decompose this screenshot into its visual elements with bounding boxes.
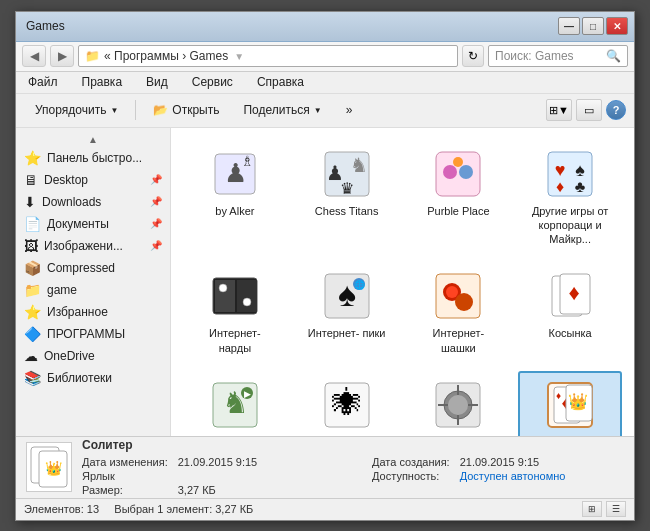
- by-alker-icon-img: ♟ ♗: [209, 148, 261, 200]
- icon-purble-place[interactable]: Purble Place: [407, 140, 511, 255]
- refresh-button[interactable]: ↻: [462, 45, 484, 67]
- menu-edit[interactable]: Правка: [78, 73, 127, 91]
- menu-file[interactable]: Файл: [24, 73, 62, 91]
- icon-spider[interactable]: 🕷 Паук: [295, 371, 399, 436]
- sidebar-item-label: Библиотеки: [47, 371, 112, 385]
- icon-by-alker[interactable]: ♟ ♗ by Alker: [183, 140, 287, 255]
- svg-text:♛: ♛: [340, 180, 354, 197]
- organize-button[interactable]: Упорядочить ▼: [24, 97, 129, 123]
- item-count: Элементов: 13 Выбран 1 элемент: 3,27 КБ: [24, 503, 253, 515]
- sidebar-item-desktop[interactable]: 🖥 Desktop 📌: [16, 169, 170, 191]
- sidebar-item-label: Compressed: [47, 261, 115, 275]
- explorer-window: Games — □ ✕ ◀ ▶ 📁 « Программы › Games ▼ …: [15, 11, 635, 521]
- spider-icon-img: 🕷: [321, 379, 373, 431]
- svg-point-9: [459, 165, 473, 179]
- internet-nardi-icon-img: [209, 270, 261, 322]
- icon-other-games[interactable]: ♥ ♠ ♦ ♣ Другие игры от корпораци и Майкр…: [518, 140, 622, 255]
- toolbar-right: ⊞▼ ▭ ?: [546, 99, 626, 121]
- pin-icon: 📌: [150, 196, 162, 207]
- kosynka-label: Косынка: [549, 326, 592, 340]
- onedrive-icon: ☁: [24, 348, 38, 364]
- sidebar-item-label: game: [47, 283, 77, 297]
- by-alker-label: by Alker: [215, 204, 254, 218]
- menu-service[interactable]: Сервис: [188, 73, 237, 91]
- address-bar: ◀ ▶ 📁 « Программы › Games ▼ ↻ Поиск: Gam…: [16, 42, 634, 72]
- sidebar-item-compressed[interactable]: 📦 Compressed: [16, 257, 170, 279]
- path-dropdown-icon[interactable]: ▼: [234, 51, 244, 62]
- sidebar-item-libraries[interactable]: 📚 Библиотеки: [16, 367, 170, 389]
- icon-solitaire[interactable]: ♦ ♦ ♦ 👑 Солитер: [518, 371, 622, 436]
- chess-titans-icon-img: ♟ ♞ ♛: [321, 148, 373, 200]
- open-icon: 📂: [153, 103, 168, 117]
- toolbar-separator: [135, 100, 136, 120]
- search-box[interactable]: Поиск: Games 🔍: [488, 45, 628, 67]
- icon-grid: ♟ ♗ by Alker ♟ ♞ ♛: [179, 136, 626, 436]
- internet-piki-icon-img: ♠ 🌐: [321, 270, 373, 322]
- search-icon[interactable]: 🔍: [606, 49, 621, 63]
- icon-saper[interactable]: Сапер: [407, 371, 511, 436]
- change-view-button[interactable]: ⊞▼: [546, 99, 572, 121]
- sidebar-item-onedrive[interactable]: ☁ OneDrive: [16, 345, 170, 367]
- help-button[interactable]: ?: [606, 100, 626, 120]
- sidebar-item-label: Downloads: [42, 195, 101, 209]
- sidebar-item-label: Изображени...: [44, 239, 123, 253]
- obozrevatel-label: Обозрева тель игр: [195, 435, 275, 436]
- forward-button[interactable]: ▶: [50, 45, 74, 67]
- address-path[interactable]: 📁 « Программы › Games ▼: [78, 45, 458, 67]
- menu-help[interactable]: Справка: [253, 73, 308, 91]
- chess-titans-label: Chess Titans: [315, 204, 379, 218]
- more-button[interactable]: »: [335, 97, 364, 123]
- svg-text:♥: ♥: [555, 160, 566, 180]
- sidebar-item-label: OneDrive: [44, 349, 95, 363]
- open-button[interactable]: 📂 Открыть: [142, 97, 230, 123]
- saper-label: Сапер: [442, 435, 474, 436]
- share-button[interactable]: Поделиться ▼: [232, 97, 332, 123]
- icon-internet-piki[interactable]: ♠ 🌐 Интернет- пики: [295, 262, 399, 363]
- downloads-icon: ⬇: [24, 194, 36, 210]
- close-button[interactable]: ✕: [606, 17, 628, 35]
- sidebar-item-game[interactable]: 📁 game: [16, 279, 170, 301]
- sidebar: ▲ ⭐ Панель быстро... 🖥 Desktop 📌 ⬇ Downl…: [16, 128, 171, 436]
- internet-shashki-icon-img: [432, 270, 484, 322]
- details-pane-button[interactable]: ▭: [576, 99, 602, 121]
- list-view-button[interactable]: ☰: [606, 501, 626, 517]
- solitaire-label: Солитер: [548, 435, 592, 436]
- sidebar-item-documents[interactable]: 📄 Документы 📌: [16, 213, 170, 235]
- svg-text:♦: ♦: [556, 178, 564, 195]
- sidebar-item-label: Desktop: [44, 173, 88, 187]
- icon-internet-nardi[interactable]: Интернет- нарды: [183, 262, 287, 363]
- window-title: Games: [26, 19, 65, 33]
- status-availability-value: Доступен автономно: [460, 470, 624, 482]
- icon-obozrevatel[interactable]: ♞ ▶ Обозрева тель игр: [183, 371, 287, 436]
- maximize-button[interactable]: □: [582, 17, 604, 35]
- pin-icon: 📌: [150, 218, 162, 229]
- favorites-icon: ⭐: [24, 304, 41, 320]
- sidebar-item-favorites[interactable]: ⭐ Избранное: [16, 301, 170, 323]
- svg-point-19: [219, 284, 227, 292]
- status-modified-label: Дата изменения:: [82, 456, 168, 468]
- pin-icon: 📌: [150, 240, 162, 251]
- sidebar-item-quick-access[interactable]: ⭐ Панель быстро...: [16, 147, 170, 169]
- icon-chess-titans[interactable]: ♟ ♞ ♛ Chess Titans: [295, 140, 399, 255]
- sidebar-item-images[interactable]: 🖼 Изображени... 📌: [16, 235, 170, 257]
- icon-kosynka[interactable]: ♥ ♦ Косынка: [518, 262, 622, 363]
- bottom-bar: Элементов: 13 Выбран 1 элемент: 3,27 КБ …: [16, 498, 634, 520]
- grid-view-button[interactable]: ⊞: [582, 501, 602, 517]
- other-games-label: Другие игры от корпораци и Майкр...: [530, 204, 610, 247]
- programs-icon: 🔷: [24, 326, 41, 342]
- content-area: ▲ ⭐ Панель быстро... 🖥 Desktop 📌 ⬇ Downl…: [16, 128, 634, 436]
- svg-point-28: [446, 286, 458, 298]
- status-created-label: Дата создания:: [352, 456, 450, 468]
- saper-icon-img: [432, 379, 484, 431]
- menu-view[interactable]: Вид: [142, 73, 172, 91]
- sidebar-item-label: Документы: [47, 217, 109, 231]
- icon-internet-shashki[interactable]: Интернет- шашки: [407, 262, 511, 363]
- window-controls: — □ ✕: [558, 17, 628, 35]
- sidebar-item-downloads[interactable]: ⬇ Downloads 📌: [16, 191, 170, 213]
- minimize-button[interactable]: —: [558, 17, 580, 35]
- svg-point-41: [448, 395, 468, 415]
- back-button[interactable]: ◀: [22, 45, 46, 67]
- status-size-value: 3,27 КБ: [178, 484, 342, 496]
- folder-icon: 📁: [85, 49, 100, 63]
- sidebar-item-programs[interactable]: 🔷 ПРОГРАММЫ: [16, 323, 170, 345]
